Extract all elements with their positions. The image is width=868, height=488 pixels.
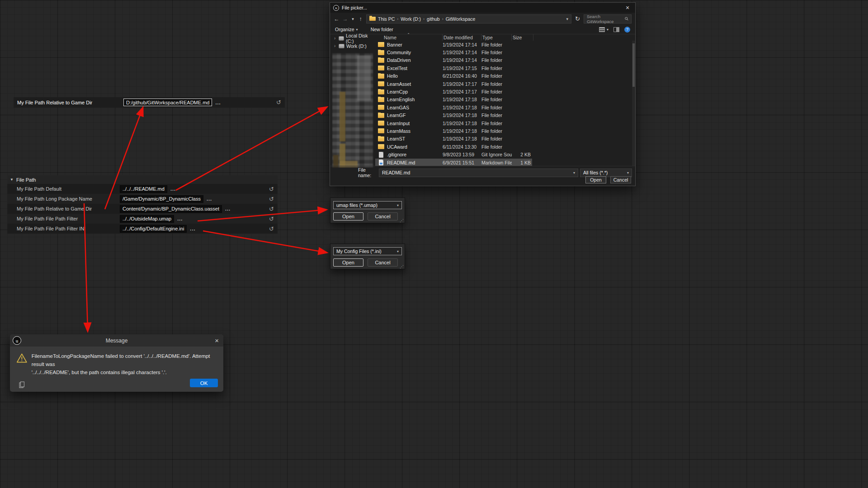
file-path-value-input[interactable]: ../../Config/DefaultEngine.ini (120, 225, 187, 233)
reset-to-default-icon[interactable]: ↺ (276, 99, 281, 106)
list-view-icon (599, 27, 605, 32)
browse-ellipsis-button[interactable]: ... (190, 226, 195, 231)
open-button[interactable]: Open (333, 258, 363, 267)
address-bar[interactable]: This PC › Work (D:) › github › GitWorksp… (366, 14, 571, 23)
file-row[interactable]: DataDriven1/19/2024 17:14File folder (375, 56, 532, 64)
reset-to-default-icon[interactable]: ↺ (269, 216, 274, 222)
forward-icon[interactable]: → (342, 16, 348, 22)
resize-grip-icon[interactable]: ⋰ (400, 264, 404, 269)
resize-grip-icon[interactable]: ⋰ (400, 218, 404, 223)
file-row[interactable]: ExcelTest1/19/2024 17:15File folder (375, 64, 532, 72)
history-chevron-icon[interactable]: ▾ (351, 17, 355, 21)
view-options-button[interactable]: ▾ (599, 27, 609, 32)
file-row[interactable]: LearnST1/19/2024 17:18File folder (375, 135, 532, 143)
column-label: Type (482, 35, 493, 40)
folder-icon (378, 50, 384, 55)
dialog-title: Message (10, 338, 223, 344)
file-picker-titlebar[interactable]: u File picker... × (330, 3, 635, 13)
breadcrumb-github[interactable]: github (427, 16, 440, 22)
reset-to-default-icon[interactable]: ↺ (269, 225, 274, 232)
file-row[interactable]: LearnGF1/19/2024 17:18File folder (375, 112, 532, 119)
browse-ellipsis-button[interactable]: ... (170, 186, 176, 192)
unreal-logo-icon: u (333, 5, 339, 11)
address-dropdown-icon[interactable]: ▾ (566, 17, 569, 21)
scrollbar-thumb[interactable] (632, 43, 635, 87)
ini-filter-dialog: My Config Files (*.ini) ▾ Open Cancel ⋰ (330, 244, 405, 269)
file-filter-select[interactable]: My Config Files (*.ini) ▾ (333, 247, 402, 255)
property-row-file-path-filter: My File Path File Path Filter ../../Outs… (7, 214, 278, 224)
file-row[interactable]: LearnEnglish1/19/2024 17:18File folder (375, 96, 532, 103)
column-header-date-modified[interactable]: Date modified (443, 34, 481, 41)
folder-icon (378, 121, 384, 126)
close-icon[interactable]: × (620, 3, 635, 13)
reset-to-default-icon[interactable]: ↺ (269, 186, 274, 192)
window-title: File picker... (342, 5, 367, 10)
reset-to-default-icon[interactable]: ↺ (269, 196, 274, 202)
expander-icon[interactable]: › (334, 36, 337, 41)
section-header-file-path[interactable]: ▼ File Path (7, 175, 278, 184)
redacted-folder-tree (332, 53, 373, 167)
up-icon[interactable]: ↑ (358, 16, 363, 22)
browse-ellipsis-button[interactable]: ... (215, 100, 221, 105)
open-button[interactable]: Open (333, 212, 363, 221)
close-icon[interactable]: × (215, 334, 219, 347)
back-icon[interactable]: ← (334, 16, 340, 22)
file-row[interactable]: Hello6/21/2024 16:40File folder (375, 72, 532, 80)
git-file-icon (379, 152, 383, 158)
breadcrumb-this-pc[interactable]: This PC (378, 16, 395, 22)
vertical-scrollbar[interactable] (632, 41, 635, 166)
file-name-input[interactable]: README.md ▾ (379, 169, 578, 177)
file-row-selected[interactable]: README.md6/9/2021 15:51Markdown File1 KB (375, 159, 532, 166)
expander-icon[interactable]: › (334, 43, 337, 48)
preview-pane-icon[interactable] (613, 27, 619, 32)
file-path-value-input[interactable]: D:/github/GitWorkspace/README.md (123, 99, 212, 106)
file-path-value-input[interactable]: ../../../README.md (120, 185, 167, 193)
sidebar-item-label: Local Disk (C:) (346, 33, 375, 44)
refresh-icon[interactable]: ↻ (575, 15, 580, 22)
open-button[interactable]: Open (585, 176, 606, 183)
breadcrumb-gitworkspace[interactable]: GitWorkspace (446, 16, 476, 22)
folder-icon (378, 74, 384, 79)
ok-button[interactable]: OK (190, 379, 218, 387)
browse-ellipsis-button[interactable]: ... (177, 216, 183, 221)
file-row[interactable]: UCAward6/11/2024 13:30File folder (375, 143, 532, 150)
search-input[interactable]: Search GitWorkspace (584, 14, 632, 23)
file-row[interactable]: LearnInput1/19/2024 17:18File folder (375, 119, 532, 127)
cancel-button[interactable]: Cancel (368, 212, 398, 221)
column-header-size[interactable]: Size (512, 34, 533, 41)
breadcrumb-work-d[interactable]: Work (D:) (401, 16, 421, 22)
blueprint-grid-canvas: My File Path Relative to Game Dir D:/git… (0, 0, 868, 488)
places-sidebar: › Local Disk (C:) › Work (D:) (330, 34, 375, 166)
file-row[interactable]: .gitignore9/8/2023 13:59Git Ignore Sourc… (375, 150, 532, 158)
cancel-button[interactable]: Cancel (368, 258, 398, 267)
file-path-value-input[interactable]: /Game/Dynamic/BP_DynamicClass (120, 195, 203, 203)
collapse-triangle-icon[interactable]: ▼ (10, 178, 14, 182)
column-header-type[interactable]: Type (481, 34, 512, 41)
message-titlebar[interactable]: u Message × (10, 334, 223, 347)
cancel-button[interactable]: Cancel (610, 176, 631, 183)
chevron-down-icon: ▾ (397, 203, 399, 207)
chevron-down-icon: ▾ (607, 28, 609, 32)
chevron-down-icon[interactable]: ▾ (573, 171, 575, 175)
reset-to-default-icon[interactable]: ↺ (269, 206, 274, 212)
markdown-file-icon (379, 160, 383, 165)
copy-to-clipboard-icon[interactable] (19, 381, 24, 388)
help-icon[interactable]: ? (624, 27, 630, 33)
file-row[interactable]: LearnMass1/19/2024 17:18File folder (375, 127, 532, 135)
file-filter-select[interactable]: umap files (*.umap) ▾ (333, 201, 402, 209)
browse-ellipsis-button[interactable]: ... (207, 196, 212, 202)
new-folder-button[interactable]: New folder (371, 27, 393, 32)
file-type-select[interactable]: All files (*.*) ▾ (580, 169, 632, 177)
column-header-name[interactable]: Name ˆ (375, 34, 443, 41)
sidebar-item-local-disk-c[interactable]: › Local Disk (C:) (330, 34, 375, 42)
browse-ellipsis-button[interactable]: ... (225, 206, 231, 211)
file-row[interactable]: LearnGAS1/19/2024 17:18File folder (375, 103, 532, 111)
file-row[interactable]: LearnCpp1/19/2024 17:17File folder (375, 88, 532, 95)
file-path-value-input[interactable]: ../../OutsideMap.umap (120, 215, 174, 223)
file-row[interactable]: Banner1/19/2024 17:14File folder (375, 41, 532, 48)
organize-button[interactable]: Organize ▾ (335, 27, 358, 32)
file-row[interactable]: Community1/19/2024 17:14File folder (375, 48, 532, 56)
file-row[interactable]: LearnAsset1/19/2024 17:17File folder (375, 80, 532, 88)
column-label: Date modified (443, 35, 473, 40)
file-path-value-input[interactable]: Content/Dynamic/BP_DynamicClass.uasset (120, 205, 222, 213)
